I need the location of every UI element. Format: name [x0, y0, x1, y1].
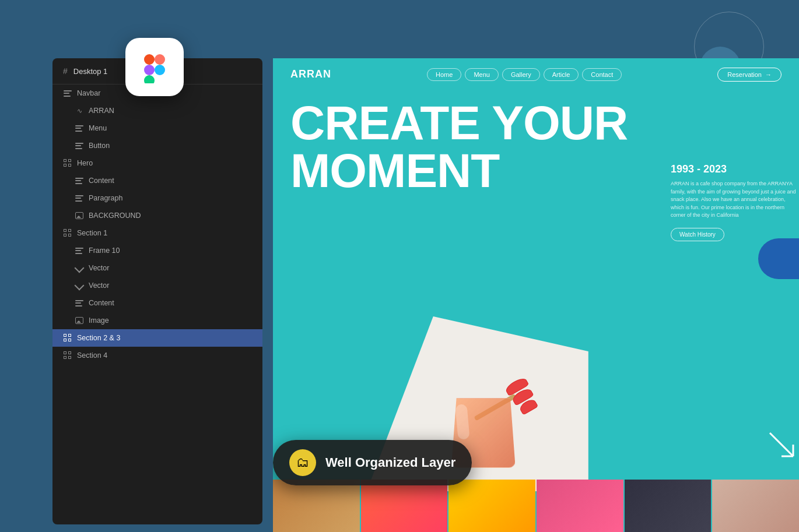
tooltip-text: Well Organized Layer [325, 455, 455, 470]
tooltip-icon-glyph: 🗂 [296, 455, 309, 470]
frame-icon-section23 [63, 333, 72, 343]
glass-highlight [455, 404, 469, 440]
layer-label-vector2: Vector [89, 281, 109, 290]
layer-item-frame10[interactable]: Frame 10 [52, 242, 262, 259]
arrow-icon-vector2 [75, 281, 84, 290]
layer-label-background: BACKGROUND [89, 212, 141, 220]
layer-item-image[interactable]: Image [52, 312, 262, 329]
layer-label-frame10: Frame 10 [89, 246, 120, 255]
layer-label-section1: Section 1 [77, 229, 107, 237]
layer-item-content2[interactable]: Content [52, 294, 262, 312]
layer-item-vector1[interactable]: Vector [52, 259, 262, 277]
preview-logo: ARRAN [290, 68, 331, 80]
reservation-arrow: → [765, 71, 772, 78]
reservation-button[interactable]: Reservation → [717, 68, 782, 82]
nav-link-contact[interactable]: Contact [582, 68, 622, 81]
arrow-svg [764, 427, 799, 462]
layer-item-section4[interactable]: Section 4 [52, 347, 262, 364]
svg-rect-1 [155, 54, 165, 65]
strip-image-5 [625, 480, 712, 532]
img-icon-image [75, 316, 84, 325]
bars-icon-content2 [75, 298, 84, 308]
layer-item-paragraph[interactable]: Paragraph [52, 189, 262, 207]
layer-item-content[interactable]: Content [52, 172, 262, 189]
headline-line2: MOMENT [290, 147, 628, 195]
layer-item-button[interactable]: Button [52, 137, 262, 154]
layer-item-menu[interactable]: Menu [52, 119, 262, 137]
bottom-image-strip [273, 480, 799, 532]
layer-item-section1[interactable]: Section 1 [52, 224, 262, 242]
layer-label-button: Button [89, 142, 110, 150]
arrow-decoration [764, 427, 799, 462]
frame-icon-section4 [63, 351, 72, 360]
strip-image-4 [537, 480, 623, 532]
arrow-icon-vector1 [75, 263, 84, 273]
preview-area: ARRAN Home Menu Gallery Article Contact … [273, 58, 799, 532]
watch-history-button[interactable]: Watch History [671, 228, 724, 241]
blue-circle-decoration [758, 238, 799, 279]
layer-label-section23: Section 2 & 3 [77, 334, 120, 342]
bars-icon-frame10 [75, 246, 84, 255]
hero-headline: CREATE YOUR MOMENT [290, 99, 628, 195]
layer-label-paragraph: Paragraph [89, 194, 122, 202]
layer-label-image: Image [89, 316, 109, 325]
layer-item-background[interactable]: BACKGROUND [52, 207, 262, 224]
svg-rect-3 [144, 75, 155, 83]
figma-logo-svg [138, 51, 171, 83]
layers-panel: # Desktop 1 Navbar ∿ ARRAN Menu Button [52, 58, 262, 524]
preview-navbar: ARRAN Home Menu Gallery Article Contact … [273, 58, 799, 90]
bars-icon-content [75, 176, 84, 185]
website-preview: ARRAN Home Menu Gallery Article Contact … [273, 58, 799, 532]
strip-image-2 [361, 480, 448, 532]
layer-item-hero[interactable]: Hero [52, 154, 262, 172]
frame-icon: # [63, 66, 68, 76]
bars-icon-menu [75, 124, 84, 133]
figma-icon-overlay [125, 38, 184, 96]
tooltip-box: 🗂 Well Organized Layer [273, 440, 472, 485]
preview-nav-links: Home Menu Gallery Article Contact [427, 68, 622, 81]
hero-right-text: 1993 - 2023 ARRAN is a cafe shop company… [671, 163, 799, 241]
nav-link-gallery[interactable]: Gallery [502, 68, 540, 81]
img-icon-background [75, 211, 84, 220]
layer-label-vector1: Vector [89, 264, 109, 272]
bars-icon-paragraph [75, 193, 84, 203]
svg-point-4 [155, 65, 165, 75]
wave-icon-arran: ∿ [75, 106, 84, 115]
layer-label-navbar: Navbar [77, 89, 100, 97]
bars-icon-button [75, 141, 84, 150]
layer-label-hero: Hero [77, 159, 93, 167]
layer-item-arran[interactable]: ∿ ARRAN [52, 102, 262, 119]
nav-link-article[interactable]: Article [544, 68, 579, 81]
bars-icon-navbar [63, 89, 72, 98]
layer-label-menu: Menu [89, 124, 107, 132]
layer-label-content: Content [89, 177, 114, 185]
reservation-label: Reservation [727, 71, 762, 78]
hero-description: ARRAN is a cafe shop company from the AR… [671, 180, 799, 220]
tooltip-overlay: 🗂 Well Organized Layer [273, 440, 472, 485]
svg-rect-0 [144, 54, 155, 65]
layer-label-section4: Section 4 [77, 351, 107, 360]
tooltip-icon: 🗂 [289, 449, 316, 476]
sidebar-title: Desktop 1 [73, 67, 108, 76]
layer-label-arran: ARRAN [89, 107, 114, 115]
layer-item-vector2[interactable]: Vector [52, 277, 262, 294]
strip-image-1 [273, 480, 360, 532]
frame-icon-hero [63, 158, 72, 168]
hero-year: 1993 - 2023 [671, 163, 799, 175]
nav-link-menu[interactable]: Menu [465, 68, 499, 81]
svg-line-5 [770, 433, 793, 456]
nav-link-home[interactable]: Home [427, 68, 461, 81]
strip-image-3 [448, 480, 535, 532]
svg-rect-2 [144, 65, 155, 75]
headline-line1: CREATE YOUR [290, 99, 628, 147]
strip-image-6 [712, 480, 799, 532]
layer-item-section23[interactable]: Section 2 & 3 [52, 329, 262, 347]
frame-icon-section1 [63, 228, 72, 238]
layer-label-content2: Content [89, 299, 114, 307]
